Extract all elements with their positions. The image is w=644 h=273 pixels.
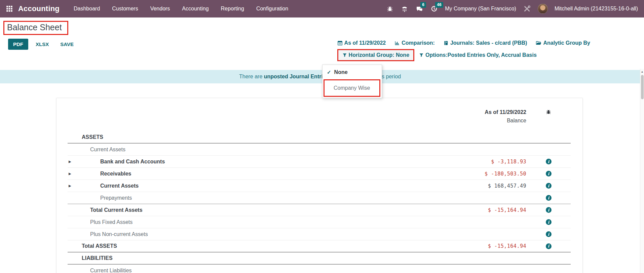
nav-item-customers[interactable]: Customers (107, 1, 143, 17)
table-row: ▶ Current Liabilities i (68, 265, 571, 273)
row-label: ASSETS (82, 134, 103, 140)
expand-caret-icon[interactable]: ▶ (69, 160, 71, 163)
apps-grid-icon[interactable] (6, 5, 13, 12)
messages-icon[interactable]: 6 (415, 5, 423, 13)
filter-comparison[interactable]: Comparison: (394, 40, 435, 46)
table-row[interactable]: ▶ Bank and Cash Accounts $ -3,118.93 i (68, 156, 571, 168)
debug-bug-icon[interactable] (386, 5, 394, 13)
funnel-icon (342, 53, 347, 57)
user-avatar[interactable] (538, 4, 548, 14)
company-switcher[interactable]: My Company (San Francisco) (445, 6, 516, 12)
filter-journals[interactable]: Journals: Sales - c/card (PBB) (444, 40, 527, 46)
pdf-button[interactable]: PDF (8, 39, 28, 50)
vertical-scrollbar[interactable]: ▲ (640, 69, 644, 273)
scrollbar-thumb[interactable] (641, 75, 644, 99)
expand-caret-icon[interactable]: ▶ (69, 184, 71, 188)
voip-phone-icon[interactable] (401, 5, 409, 13)
messages-count-badge: 6 (420, 2, 426, 8)
table-row: ▶ Plus Non-current Assets i (68, 228, 571, 240)
debug-bug-icon[interactable] (546, 109, 551, 125)
unposted-entries-alert: There are unposted Journal Entries prior… (0, 70, 640, 83)
checkmark-icon: ✓ (327, 69, 331, 75)
table-row[interactable]: ▶ Receivables $ -180,503.50 i (68, 168, 571, 180)
annotation-box-title: Balance Sheet (3, 21, 68, 35)
folder-open-icon (536, 40, 541, 46)
table-row: ▶ Plus Fixed Assets i (68, 216, 571, 228)
row-label: Total ASSETS (82, 243, 117, 249)
table-row: ▶ ASSETS i (68, 131, 571, 144)
column-header-date: As of 11/29/2022 (485, 108, 526, 116)
info-icon[interactable]: i (546, 195, 552, 201)
row-label: Prepayments (100, 195, 132, 201)
filter-horizontal-group[interactable]: Horizontal Group: None (338, 50, 413, 60)
page-title: Balance Sheet (7, 23, 62, 32)
info-icon[interactable]: i (546, 231, 552, 237)
expand-caret-icon[interactable]: ▶ (69, 172, 71, 176)
nav-item-reporting[interactable]: Reporting (216, 1, 249, 17)
funnel-icon (419, 53, 424, 57)
row-value: $ -180,503.50 (485, 171, 526, 177)
xlsx-button[interactable]: XLSX (32, 39, 53, 50)
top-navbar: Accounting Dashboard Customers Vendors A… (0, 0, 644, 17)
info-icon[interactable]: i (546, 159, 552, 164)
info-icon[interactable]: i (546, 183, 552, 189)
info-icon[interactable]: i (546, 219, 552, 225)
row-label: Plus Non-current Assets (90, 231, 148, 237)
calendar-icon (337, 40, 343, 46)
table-row: ▶ Total Current Assets $ -15,164.94 i (68, 204, 571, 216)
report-filters: As of 11/29/2022 Comparison: Journals: S… (337, 39, 590, 61)
row-label: Current Assets (100, 183, 139, 189)
user-menu[interactable]: Mitchell Admin (21423155-16-0-all) (555, 6, 638, 12)
nav-item-dashboard[interactable]: Dashboard (69, 1, 105, 17)
report-toolbar: PDF XLSX SAVE As of 11/29/2022 (0, 39, 644, 61)
info-icon[interactable]: i (546, 243, 552, 249)
table-row: ▶ Prepayments i (68, 192, 571, 204)
balance-sheet-card: As of 11/29/2022 Balance ▶ ASSETS i ▶ Cu… (56, 98, 583, 273)
save-button[interactable]: SAVE (56, 39, 78, 50)
report-table-body: ▶ ASSETS i ▶ Current Assets i ▶ Bank and… (68, 131, 571, 273)
nav-item-vendors[interactable]: Vendors (146, 1, 175, 17)
dropdown-item-company-wise[interactable]: Company Wise (325, 80, 379, 96)
table-row[interactable]: ▶ Current Assets $ 168,457.49 i (68, 180, 571, 192)
activities-clock-icon[interactable]: 46 (430, 5, 438, 13)
horizontal-group-dropdown: ✓ None Company Wise (322, 65, 382, 98)
scrollbar-up-arrow[interactable]: ▲ (640, 69, 644, 73)
row-label: Receivables (100, 171, 131, 177)
alert-text: There are (239, 74, 264, 79)
filter-date[interactable]: As of 11/29/2022 (337, 40, 386, 46)
table-row: ▶ LIABILITIES i (68, 252, 571, 265)
activities-count-badge: 46 (435, 2, 443, 8)
row-value: $ -15,164.94 (488, 207, 526, 213)
table-row: ▶ Total ASSETS $ -15,164.94 i (68, 240, 571, 252)
alert-bold-text: unposted Journal Entries (264, 74, 329, 79)
annotation-box-company-wise: Company Wise (324, 79, 380, 97)
row-value: $ -15,164.94 (488, 243, 526, 249)
column-header-balance: Balance (485, 116, 526, 125)
row-value: $ -3,118.93 (491, 159, 526, 165)
row-label: Total Current Assets (90, 207, 143, 213)
app-title[interactable]: Accounting (18, 4, 60, 13)
filter-options[interactable]: Options:Posted Entries Only, Accrual Bas… (418, 50, 537, 60)
row-label: Bank and Cash Accounts (100, 159, 165, 165)
filter-analytic-group-by[interactable]: Analytic Group By (536, 40, 590, 46)
nav-item-configuration[interactable]: Configuration (252, 1, 293, 17)
row-label: LIABILITIES (82, 255, 113, 261)
info-icon[interactable]: i (546, 171, 552, 177)
row-label: Plus Fixed Assets (90, 219, 132, 225)
row-label: Current Liabilities (90, 268, 132, 273)
table-row: ▶ Current Assets i (68, 144, 571, 156)
row-value: $ 168,457.49 (488, 183, 526, 189)
bar-chart-icon (394, 40, 400, 46)
nav-item-accounting[interactable]: Accounting (177, 1, 213, 17)
info-icon[interactable]: i (546, 207, 552, 213)
row-label: Current Assets (90, 147, 125, 153)
journal-book-icon (444, 40, 449, 46)
annotation-box-horizontal-group: Horizontal Group: None (337, 49, 414, 61)
tools-icon[interactable] (523, 5, 531, 13)
dropdown-item-none[interactable]: ✓ None (323, 65, 382, 79)
